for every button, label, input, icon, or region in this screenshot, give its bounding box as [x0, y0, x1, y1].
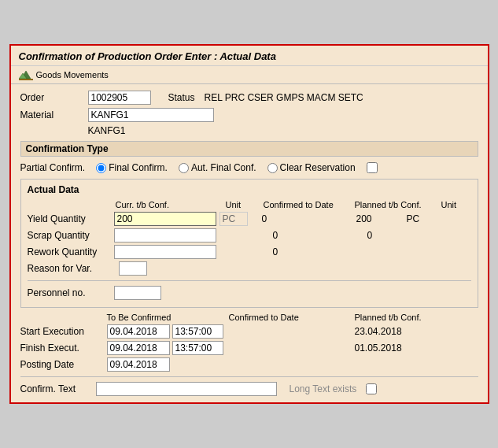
scrap-label: Scrap Quantity — [28, 230, 114, 241]
scrap-input[interactable] — [114, 228, 216, 243]
finish-execution-row: Finish Execut. 01.05.2018 — [20, 341, 478, 355]
clear-reservation-label: Clear Reservation — [280, 162, 356, 173]
order-input[interactable] — [88, 91, 151, 105]
finish-planned-val: 01.05.2018 — [355, 342, 402, 354]
confirm-text-row: Confirm. Text Long Text exists — [20, 382, 478, 396]
confirmation-type-group: Partial Confirm. Final Confirm. Aut. Fin… — [20, 160, 478, 176]
partial-confirm-label: Partial Confirm. — [20, 162, 86, 173]
yield-planned-unit: PC — [407, 213, 420, 224]
yield-confirmed-val: 0 — [251, 213, 338, 224]
material-row: Material — [20, 108, 478, 122]
content-area: Order Status REL PRC CSER GMPS MACM SETC… — [11, 84, 488, 402]
status-label: Status — [168, 92, 195, 103]
material-desc: KANFG1 — [88, 125, 126, 136]
finish-date-input[interactable] — [107, 341, 170, 355]
col-confirmed-header: Confirmed to Date — [260, 200, 355, 209]
yield-input[interactable] — [114, 212, 216, 226]
start-time-input[interactable] — [172, 324, 223, 339]
yield-value-area: 200 0 200 PC — [114, 212, 471, 226]
exec-confirmed-date-header: Confirmed to Date — [229, 313, 355, 322]
col-planned-header: Planned t/b Conf. — [355, 200, 441, 209]
goods-movements-label: Goods Movements — [36, 70, 109, 80]
col-curr-header: Curr. t/b Conf. — [116, 200, 226, 209]
posting-date-input[interactable] — [107, 357, 170, 372]
yield-unit-input[interactable] — [219, 212, 248, 226]
aut-final-radio-item[interactable]: Aut. Final Conf. — [179, 162, 256, 173]
order-label: Order — [20, 92, 83, 103]
reason-label: Reason for Var. — [28, 263, 114, 274]
rework-input[interactable] — [114, 245, 216, 259]
aut-final-radio[interactable] — [179, 163, 189, 173]
finish-time-input[interactable] — [172, 341, 223, 355]
actual-data-col-headers: Curr. t/b Conf. Unit Confirmed to Date P… — [28, 200, 471, 209]
confirmation-type-header: Confirmation Type — [20, 141, 478, 157]
posting-label: Posting Date — [20, 359, 107, 370]
actual-data-section: Actual Data Curr. t/b Conf. Unit Confirm… — [20, 179, 478, 308]
start-planned-val: 23.04.2018 — [355, 326, 402, 337]
clear-reservation-radio[interactable] — [267, 163, 278, 173]
confirm-text-label: Confirm. Text — [20, 383, 91, 394]
main-window: Confirmation of Production Order Enter :… — [9, 44, 489, 404]
aut-final-label: Aut. Final Conf. — [191, 162, 256, 173]
order-row: Order Status REL PRC CSER GMPS MACM SETC — [20, 91, 478, 105]
yield-planned-val: 200 — [341, 213, 404, 224]
clear-reservation-radio-item[interactable]: Clear Reservation — [267, 162, 356, 173]
reason-row: Reason for Var. — [28, 261, 471, 276]
yield-row: Yield Quantity 200 0 200 PC — [28, 212, 471, 226]
exec-to-be-confirmed-header: To Be Confirmed — [107, 313, 229, 322]
confirm-text-input[interactable] — [96, 382, 277, 396]
scrap-value-area: 0 0 — [114, 228, 471, 243]
title-bar: Confirmation of Production Order Enter :… — [11, 46, 488, 66]
start-date-group — [107, 324, 229, 339]
personnel-input[interactable] — [114, 286, 161, 300]
rework-confirmed-val: 0 — [262, 246, 349, 257]
col-unit-header: Unit — [226, 200, 260, 209]
finish-date-group — [107, 341, 229, 355]
execution-section: To Be Confirmed Confirmed to Date Planne… — [20, 313, 478, 372]
exec-col-headers: To Be Confirmed Confirmed to Date Planne… — [20, 313, 478, 322]
personnel-label: Personnel no. — [28, 287, 114, 298]
svg-rect-2 — [19, 79, 33, 80]
material-input[interactable] — [88, 108, 214, 122]
personnel-row: Personnel no. — [28, 286, 471, 300]
exec-planned-header: Planned t/b Conf. — [355, 313, 422, 322]
final-confirm-radio-item[interactable]: Final Confirm. — [96, 162, 168, 173]
reason-input[interactable] — [119, 261, 147, 276]
rework-label: Rework Quantity — [28, 246, 114, 257]
goods-movements-icon — [19, 69, 33, 80]
window-title: Confirmation of Production Order Enter :… — [19, 50, 480, 62]
long-text-checkbox[interactable] — [366, 383, 377, 394]
col-unit2-header: Unit — [441, 200, 457, 209]
final-confirm-radio[interactable] — [96, 163, 106, 173]
start-execution-row: Start Execution 23.04.2018 — [20, 324, 478, 339]
rework-row: Rework Quantity 0 — [28, 245, 471, 259]
actual-data-header: Actual Data — [28, 184, 471, 195]
final-confirm-label: Final Confirm. — [109, 162, 168, 173]
start-date-input[interactable] — [107, 324, 170, 339]
posting-date-row: Posting Date — [20, 357, 478, 372]
goods-movements-button[interactable]: Goods Movements — [19, 69, 109, 80]
material-label: Material — [20, 109, 83, 120]
divider-2 — [20, 376, 478, 377]
start-label: Start Execution — [20, 326, 107, 337]
finish-label: Finish Execut. — [20, 342, 107, 354]
scrap-planned-val: 0 — [352, 230, 415, 241]
material-desc-row: KANFG1 — [20, 125, 478, 136]
yield-label: Yield Quantity — [28, 213, 114, 224]
toolbar: Goods Movements — [11, 66, 488, 84]
clear-reservation-checkbox[interactable] — [367, 162, 378, 173]
rework-value-area: 0 — [114, 245, 471, 259]
scrap-row: Scrap Quantity 0 0 — [28, 228, 471, 243]
long-text-label: Long Text exists — [290, 383, 357, 394]
scrap-confirmed-val: 0 — [262, 230, 349, 241]
divider-1 — [28, 280, 471, 281]
status-flags: REL PRC CSER GMPS MACM SETC — [205, 92, 363, 103]
